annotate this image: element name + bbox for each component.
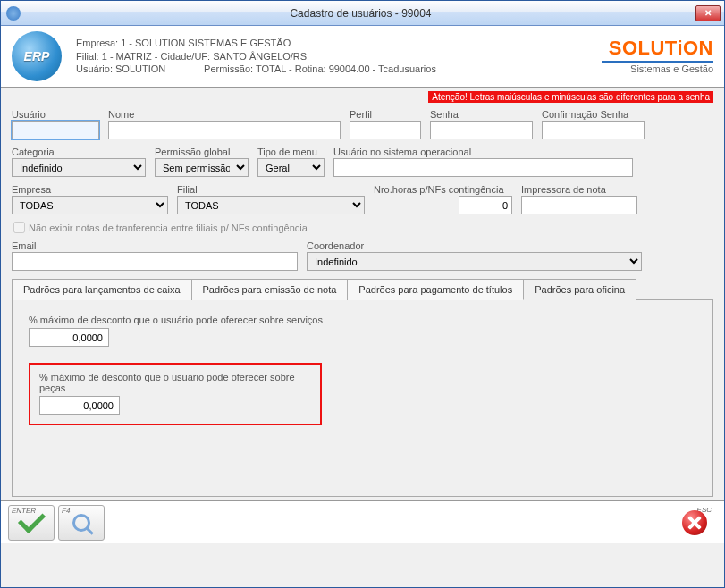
label-nro-horas: Nro.horas p/NFs contingência bbox=[374, 184, 512, 195]
check-icon bbox=[20, 514, 43, 532]
header-user-line: Usuário: SOLUTION Permissão: TOTAL - Rot… bbox=[76, 63, 602, 76]
label-empresa: Empresa bbox=[12, 184, 168, 195]
header-filial: Filial: 1 - MATRIZ - Cidade/UF: SANTO ÂN… bbox=[76, 50, 602, 63]
confirma-senha-input[interactable] bbox=[542, 121, 645, 139]
header: ERP Empresa: 1 - SOLUTION SISTEMAS E GES… bbox=[1, 26, 724, 88]
brand-sub: Sistemas e Gestão bbox=[602, 61, 713, 74]
brand-part2: ON bbox=[683, 37, 713, 59]
main-form: Atenção! Letras maiúsculas e minúsculas … bbox=[1, 88, 724, 500]
footer: ENTER F4 ESC bbox=[1, 500, 724, 543]
tab-oficina-content: % máximo de desconto que o usuário pode … bbox=[12, 300, 713, 497]
label-categoria: Categoria bbox=[12, 147, 146, 157]
perfil-input[interactable] bbox=[350, 121, 421, 139]
tipo-menu-select[interactable]: Geral bbox=[257, 158, 325, 177]
brand-logo: SOLUTiON Sistemas e Gestão bbox=[602, 37, 713, 76]
f4-button[interactable]: F4 bbox=[58, 505, 105, 541]
nome-input[interactable] bbox=[108, 121, 341, 139]
brand-part1: SOLUT bbox=[609, 37, 678, 59]
categoria-select[interactable]: Indefinido bbox=[12, 158, 146, 177]
label-filial: Filial bbox=[177, 184, 365, 195]
close-button[interactable]: ✕ bbox=[695, 5, 721, 21]
senha-input[interactable] bbox=[430, 121, 533, 139]
f4-hint: F4 bbox=[62, 507, 70, 515]
label-tipo-menu: Tipo de menu bbox=[257, 147, 325, 157]
window-title: Cadastro de usuários - 99004 bbox=[26, 7, 695, 20]
email-input[interactable] bbox=[12, 252, 298, 271]
user-so-input[interactable] bbox=[333, 158, 633, 177]
header-empresa: Empresa: 1 - SOLUTION SISTEMAS E GESTÃO bbox=[76, 37, 602, 50]
usuario-input[interactable] bbox=[12, 121, 99, 139]
filial-select[interactable]: TODAS bbox=[177, 196, 365, 214]
label-coord: Coordenador bbox=[307, 240, 642, 251]
esc-button[interactable]: ESC bbox=[676, 505, 713, 541]
tab-oficina[interactable]: Padrões para oficina bbox=[523, 279, 636, 300]
cancel-icon bbox=[682, 510, 707, 535]
nro-horas-input[interactable] bbox=[459, 196, 512, 214]
impressora-input[interactable] bbox=[521, 196, 637, 214]
brand-accent: i bbox=[677, 37, 683, 59]
label-senha: Senha bbox=[430, 109, 533, 120]
label-user-so: Usuário no sistema operacional bbox=[333, 147, 633, 157]
label-perfil: Perfil bbox=[350, 109, 421, 120]
password-warning: Atenção! Letras maiúsculas e minúsculas … bbox=[428, 91, 713, 103]
label-nome: Nome bbox=[108, 109, 341, 120]
empresa-select[interactable]: TODAS bbox=[12, 196, 168, 214]
search-icon bbox=[72, 514, 90, 532]
highlight-pecas: % máximo de desconto que o usuário pode … bbox=[29, 363, 322, 425]
tab-emissao-nota[interactable]: Padrões para emissão de nota bbox=[191, 279, 349, 300]
label-usuario: Usuário bbox=[12, 109, 99, 120]
header-info: Empresa: 1 - SOLUTION SISTEMAS E GESTÃO … bbox=[76, 37, 602, 77]
label-confirma-senha: Confirmação Senha bbox=[542, 109, 645, 120]
perm-global-select[interactable]: Sem permissão bbox=[155, 158, 249, 177]
app-icon bbox=[6, 6, 21, 21]
label-impressora: Impressora de nota bbox=[521, 184, 637, 195]
tabs: Padrões para lançamentos de caixa Padrõe… bbox=[12, 278, 713, 300]
enter-button[interactable]: ENTER bbox=[8, 505, 55, 541]
titlebar: Cadastro de usuários - 99004 ✕ bbox=[1, 1, 724, 26]
label-email: Email bbox=[12, 240, 298, 251]
label-desc-pecas: % máximo de desconto que o usuário pode … bbox=[39, 372, 311, 393]
tab-pagamento-titulos[interactable]: Padrões para pagamento de títulos bbox=[347, 279, 524, 300]
desc-servicos-input[interactable] bbox=[29, 328, 109, 347]
header-permissao: Permissão: TOTAL - Rotina: 99004.00 - Tc… bbox=[204, 63, 436, 74]
label-desc-servicos: % máximo de desconto que o usuário pode … bbox=[29, 315, 696, 325]
label-perm-global: Permissão global bbox=[155, 147, 249, 157]
header-usuario: Usuário: SOLUTION bbox=[76, 63, 165, 74]
tab-lancamentos-caixa[interactable]: Padrões para lançamentos de caixa bbox=[12, 279, 192, 300]
chk-nao-exibir-label: Não exibir notas de tranferencia entre f… bbox=[29, 223, 308, 233]
erp-logo: ERP bbox=[12, 31, 62, 81]
desc-pecas-input[interactable] bbox=[39, 396, 120, 415]
coord-select[interactable]: Indefinido bbox=[307, 252, 642, 271]
chk-nao-exibir[interactable] bbox=[13, 222, 25, 233]
